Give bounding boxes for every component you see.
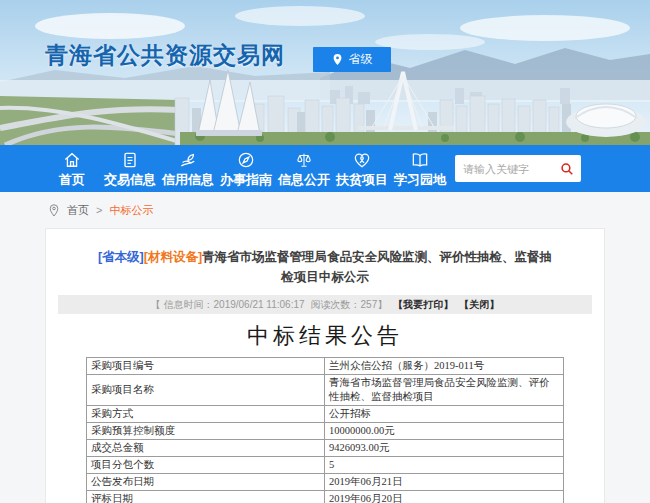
heart-person-icon	[352, 150, 372, 170]
article-title-text: 青海省市场监督管理局食品安全风险监测、评价性抽检、监督抽检项目中标公示	[202, 250, 552, 284]
table-row: 成交总金额9426093.00元	[87, 440, 564, 457]
breadcrumb-pin-icon	[48, 203, 60, 217]
nav-item-6[interactable]: 扶贫项目	[336, 145, 388, 192]
row-value: 公开招标	[325, 406, 564, 423]
main-nav: 首页交易信息信用信息办事指南信息公开扶贫项目学习园地	[0, 145, 650, 192]
nav-item-label: 学习园地	[394, 171, 446, 189]
document-icon	[120, 150, 140, 170]
search-box	[455, 155, 581, 182]
row-value: 10000000.00元	[325, 423, 564, 440]
info-bar-close-bracket: 】	[377, 299, 387, 310]
row-label: 采购方式	[87, 406, 325, 423]
breadcrumb-home-link[interactable]: 首页	[67, 203, 89, 218]
category-tag: [材料设备]	[144, 250, 202, 264]
row-value: 青海省市场监督管理局食品安全风险监测、评价性抽检、监督抽检项目	[325, 375, 564, 406]
row-value: 2019年06月21日	[325, 474, 564, 491]
nav-item-label: 扶贫项目	[336, 171, 388, 189]
breadcrumb-separator: >	[96, 204, 102, 216]
nav-item-label: 首页	[59, 171, 85, 189]
compass-icon	[236, 150, 256, 170]
site-banner: 青海省公共资源交易网 省级	[0, 0, 650, 145]
search-button[interactable]	[559, 161, 575, 177]
nav-item-2[interactable]: 交易信息	[104, 145, 156, 192]
print-button[interactable]: 【我要打印】	[393, 299, 453, 310]
content-card: [省本级][材料设备]青海省市场监督管理局食品安全风险监测、评价性抽检、监督抽检…	[45, 228, 605, 503]
location-pin-icon	[332, 53, 343, 66]
row-value: 5	[325, 457, 564, 474]
nav-item-label: 信息公开	[278, 171, 330, 189]
row-value: 兰州众信公招（服务）2019-011号	[325, 358, 564, 375]
info-time-label: 【 信息时间：	[151, 299, 214, 310]
nav-item-3[interactable]: 信用信息	[162, 145, 214, 192]
region-tag: [省本级]	[98, 250, 144, 264]
region-level-label: 省级	[349, 51, 373, 68]
nav-item-5[interactable]: 信息公开	[278, 145, 330, 192]
table-row: 采购预算控制额度10000000.00元	[87, 423, 564, 440]
row-label: 评标日期	[87, 491, 325, 503]
home-icon	[62, 150, 82, 170]
row-label: 项目分包个数	[87, 457, 325, 474]
scales-icon	[294, 150, 314, 170]
book-icon	[410, 150, 430, 170]
nav-item-label: 交易信息	[104, 171, 156, 189]
info-time-value: 2019/06/21 11:06:17	[214, 299, 305, 310]
nav-item-7[interactable]: 学习园地	[394, 145, 446, 192]
row-label: 公告发布日期	[87, 474, 325, 491]
cityscape-banner-image	[0, 0, 650, 145]
nav-item-label: 信用信息	[162, 171, 214, 189]
nav-item-label: 办事指南	[220, 171, 272, 189]
nav-item-4[interactable]: 办事指南	[220, 145, 272, 192]
notice-title: 中标结果公告	[46, 321, 604, 351]
breadcrumb: 首页 > 中标公示	[0, 192, 650, 228]
breadcrumb-current: 中标公示	[109, 203, 153, 218]
region-level-button[interactable]: 省级	[313, 47, 391, 72]
table-row: 公告发布日期2019年06月21日	[87, 474, 564, 491]
table-row: 项目分包个数5	[87, 457, 564, 474]
table-row: 采购项目编号兰州众信公招（服务）2019-011号	[87, 358, 564, 375]
read-count-label: 阅读次数：	[311, 299, 361, 310]
row-label: 采购预算控制额度	[87, 423, 325, 440]
nav-items: 首页交易信息信用信息办事指南信息公开扶贫项目学习园地	[46, 145, 446, 192]
row-label: 成交总金额	[87, 440, 325, 457]
row-value: 2019年06月20日	[325, 491, 564, 503]
notice-table-body: 采购项目编号兰州众信公招（服务）2019-011号采购项目名称青海省市场监督管理…	[87, 358, 564, 503]
credit-hand-icon	[178, 150, 198, 170]
page: 青海省公共资源交易网 省级 首页交易信息信用信息办事指南信息公开扶贫项目学习园地	[0, 0, 650, 503]
table-row: 评标日期2019年06月20日	[87, 491, 564, 503]
row-label: 采购项目编号	[87, 358, 325, 375]
close-button[interactable]: 【关闭】	[459, 299, 499, 310]
article-title: [省本级][材料设备]青海省市场监督管理局食品安全风险监测、评价性抽检、监督抽检…	[95, 247, 555, 287]
read-count-value: 257	[361, 299, 378, 310]
row-label: 采购项目名称	[87, 375, 325, 406]
row-value: 9426093.00元	[325, 440, 564, 457]
info-bar: 【 信息时间：2019/06/21 11:06:17阅读次数：257】【我要打印…	[58, 295, 592, 314]
search-icon	[560, 162, 574, 176]
search-input[interactable]	[463, 163, 559, 175]
nav-item-1[interactable]: 首页	[46, 145, 98, 192]
table-row: 采购方式公开招标	[87, 406, 564, 423]
site-title: 青海省公共资源交易网	[45, 40, 285, 71]
table-row: 采购项目名称青海省市场监督管理局食品安全风险监测、评价性抽检、监督抽检项目	[87, 375, 564, 406]
notice-table: 采购项目编号兰州众信公招（服务）2019-011号采购项目名称青海省市场监督管理…	[86, 357, 564, 503]
